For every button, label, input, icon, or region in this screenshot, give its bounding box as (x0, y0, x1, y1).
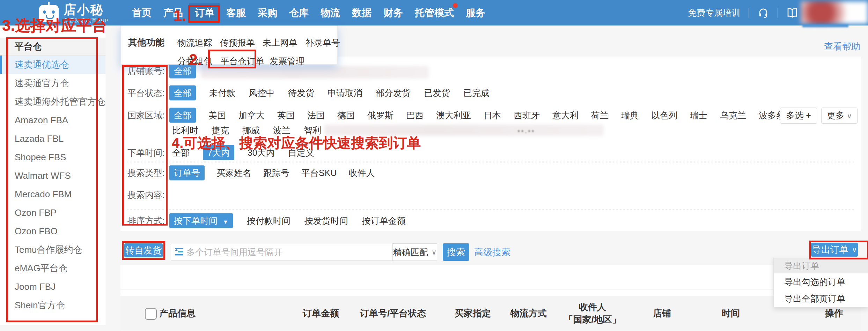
status-option-partially-shipped[interactable]: 部分发货 (376, 87, 411, 99)
status-option-shipped[interactable]: 已发货 (424, 87, 450, 99)
country-option-ukraine[interactable]: 乌克兰 (720, 110, 746, 121)
country-option-us[interactable]: 美国 (208, 110, 226, 121)
country-option-sweden[interactable]: 瑞典 (621, 110, 639, 121)
country-option-uk[interactable]: 英国 (277, 110, 295, 121)
orders-table: 产品信息 订单金额 订单号/平台状态 买家指定 物流方式 收件人 「国家/地区」… (120, 265, 861, 331)
time-option-30days[interactable]: 30天内 (248, 147, 275, 159)
menu-item-not-online[interactable]: 未上网单 (263, 37, 297, 49)
search-button[interactable]: 搜索 (443, 243, 469, 261)
country-option-spain[interactable]: 西班牙 (514, 110, 540, 121)
country-option-switzerland[interactable]: 瑞士 (690, 110, 707, 121)
status-option-all[interactable]: 全部 (169, 86, 196, 101)
country-option-italy[interactable]: 意大利 (552, 110, 579, 121)
sidebar-item-aliexpress-overseas[interactable]: 速卖通海外托管官方仓 (0, 93, 105, 111)
export-all-pages-item[interactable]: 导出全部页订单 (774, 290, 868, 307)
search-type-recipient[interactable]: 收件人 (348, 167, 375, 179)
view-help-link[interactable]: 查看帮助 (824, 41, 860, 53)
select-all-checkbox[interactable] (145, 308, 157, 320)
time-option-custom[interactable]: 自定义 (288, 147, 314, 159)
sidebar-item-aliexpress-official[interactable]: 速卖通官方仓 (0, 74, 105, 93)
sidebar-item-shopee-fbs[interactable]: Shopee FBS (0, 148, 105, 167)
sort-option-payment-time[interactable]: 按付款时间 (247, 215, 290, 227)
nav-item-services[interactable]: 服务 (460, 3, 491, 23)
menu-item-forecast-upload[interactable]: 传预报单 (220, 37, 255, 49)
nav-item-purchasing[interactable]: 采购 (252, 3, 283, 23)
export-selected-orders-item[interactable]: 导出勾选的订单 (774, 273, 868, 290)
status-option-unpaid[interactable]: 未付款 (209, 87, 235, 99)
nav-item-finance[interactable]: 财务 (377, 3, 409, 23)
sidebar-item-emag[interactable]: eMAG平台仓 (0, 259, 105, 278)
search-type-tracking-number[interactable]: 跟踪号 (263, 167, 289, 179)
multi-line-list-icon (174, 247, 184, 258)
menu-item-dispatch-pack[interactable]: 分拨组包 (177, 56, 212, 67)
status-option-completed[interactable]: 已完成 (463, 87, 490, 99)
time-option-all[interactable]: 全部 (172, 147, 190, 159)
search-type-buyer-name[interactable]: 买家姓名 (216, 167, 251, 179)
column-shop: 店铺 (653, 307, 671, 319)
top-nav: 店小秘 免费跨境电商ERP 首页 产品 订单 客服 采购 仓库 物流 数据 财务… (0, 0, 868, 25)
sidebar-item-lazada-fbl[interactable]: Lazada FBL (0, 130, 105, 148)
nav-item-customer-service[interactable]: 客服 (220, 3, 252, 23)
country-option-netherlands[interactable]: 荷兰 (591, 110, 609, 121)
sidebar-item-ozon-fbo[interactable]: Ozon FBO (0, 222, 105, 241)
country-option-japan[interactable]: 日本 (484, 110, 501, 121)
country-multi-select-button[interactable]: 多选 + (780, 108, 817, 124)
sidebar-item-shein[interactable]: Shein官方仓 (0, 296, 105, 315)
country-option-all[interactable]: 全部 (169, 108, 196, 123)
search-type-order-number[interactable]: 订单号 (169, 166, 205, 181)
country-option-brazil[interactable]: 巴西 (406, 110, 424, 121)
menu-item-invoice-management[interactable]: 发票管理 (270, 56, 304, 67)
nav-item-warehouse[interactable]: 仓库 (283, 3, 315, 23)
country-option-russia[interactable]: 俄罗斯 (367, 110, 393, 121)
country-option-australia[interactable]: 澳大利亚 (436, 110, 471, 121)
divider (749, 8, 749, 18)
nav-item-orders[interactable]: 订单 (189, 3, 220, 23)
country-option-canada[interactable]: 加拿大 (238, 110, 265, 121)
country-option-poland[interactable]: 波兰 (273, 125, 290, 136)
training-link[interactable]: 免费专属培训 (688, 7, 740, 19)
export-menu-title: 导出订单 (774, 258, 868, 273)
country-option-czech[interactable]: 捷克 (212, 125, 229, 136)
match-mode-select[interactable]: 精确匹配 ∨ (392, 243, 437, 261)
nav-item-home[interactable]: 首页 (126, 3, 157, 23)
nav-item-logistics[interactable]: 物流 (315, 3, 346, 23)
time-option-7days[interactable]: 7天内 (203, 145, 234, 160)
sort-option-order-amount[interactable]: 按订单金额 (362, 215, 406, 227)
country-option-germany[interactable]: 德国 (337, 110, 355, 121)
sidebar-item-walmart-wfs[interactable]: Walmart WFS (0, 167, 105, 185)
transfer-self-ship-button[interactable]: 转自发货 (124, 243, 163, 257)
country-more-button[interactable]: 更多 ∨ (821, 108, 858, 124)
manual-book-icon[interactable] (786, 7, 798, 19)
country-option-chile[interactable]: 智利 (304, 125, 321, 136)
sidebar-item-ozon-fbp[interactable]: Ozon FBP (0, 204, 105, 222)
country-option-france[interactable]: 法国 (307, 110, 325, 121)
menu-item-supplement-number[interactable]: 补录单号 (305, 37, 340, 49)
column-buyer-designated: 买家指定 (455, 307, 491, 319)
menu-section-label: 其他功能 (128, 36, 164, 49)
nav-item-products[interactable]: 产品 (157, 3, 189, 23)
nav-item-data[interactable]: 数据 (346, 3, 377, 23)
menu-item-logistics-tracking[interactable]: 物流追踪 (177, 37, 212, 49)
menu-item-platform-warehouse-orders[interactable]: 平台仓订单 (220, 56, 265, 67)
search-input[interactable] (171, 244, 392, 260)
sidebar-item-temu[interactable]: Temu合作履约仓 (0, 241, 105, 259)
app-logo[interactable]: 店小秘 免费跨境电商ERP (39, 2, 109, 24)
export-dropdown-menu: 导出订单 导出勾选的订单 导出全部页订单 (773, 258, 868, 307)
nav-item-hosting-mode[interactable]: 托管模式 (409, 3, 460, 23)
country-option-norway[interactable]: 挪威 (242, 125, 260, 136)
sort-option-ship-time[interactable]: 按发货时间 (304, 215, 348, 227)
country-option-belgium[interactable]: 比利时 (172, 125, 198, 136)
export-orders-button[interactable]: 导出订单 ∨ (811, 243, 858, 257)
status-option-risk-control[interactable]: 风控中 (249, 87, 275, 99)
sort-option-order-time[interactable]: 按下单时间 ▼ (169, 213, 233, 228)
sidebar-item-mercado-fbm[interactable]: Mercado FBM (0, 185, 105, 204)
sidebar-item-aliexpress-preferred[interactable]: 速卖通优选仓 (0, 56, 105, 74)
advanced-search-link[interactable]: 高级搜索 (474, 246, 510, 258)
sidebar-item-amazon-fba[interactable]: Amazon FBA (0, 111, 105, 130)
country-option-israel[interactable]: 以色列 (651, 110, 677, 121)
search-type-platform-sku[interactable]: 平台SKU (301, 167, 337, 179)
headset-icon[interactable] (757, 7, 769, 19)
status-option-to-ship[interactable]: 待发货 (288, 87, 314, 99)
status-option-cancel-requested[interactable]: 申请取消 (328, 87, 362, 99)
sidebar-item-joom-fbj[interactable]: Joom FBJ (0, 278, 105, 296)
